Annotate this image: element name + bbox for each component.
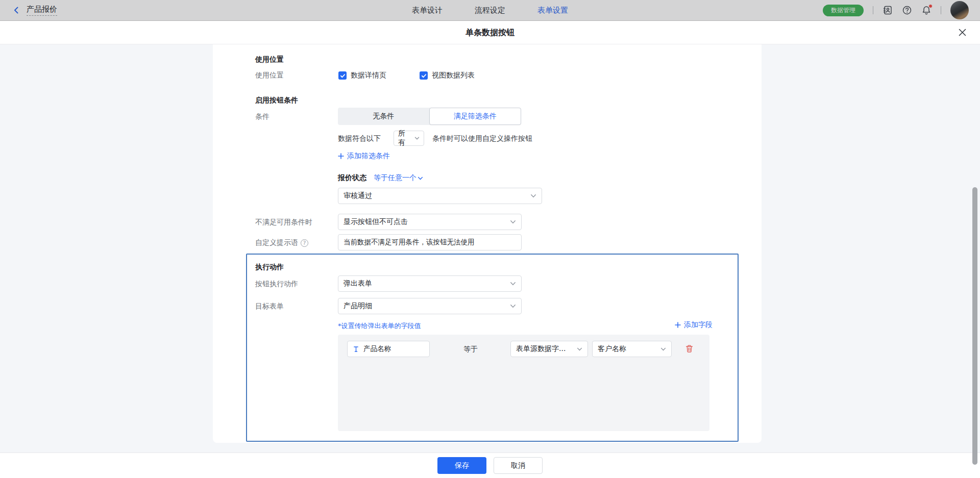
plus-icon: [675, 322, 681, 328]
modal-title: 单条数据按钮: [0, 28, 980, 38]
checkbox-checked-icon[interactable]: [420, 71, 428, 80]
action-row-label: 按钮执行动作: [255, 280, 298, 289]
tab-flow-setting[interactable]: 流程设定: [475, 6, 505, 15]
delete-mapping-trash-icon[interactable]: [685, 344, 694, 355]
filter-value-select[interactable]: 审核通过: [338, 188, 542, 204]
help-icon[interactable]: [902, 5, 912, 15]
tab-form-settings[interactable]: 表单设置: [537, 6, 568, 15]
chevron-down-icon: [510, 281, 516, 287]
usage-row-label: 使用位置: [255, 71, 284, 80]
checkbox-checked-icon[interactable]: [338, 71, 347, 80]
section-action-title: 执行动作: [255, 263, 284, 272]
back-icon[interactable]: [12, 6, 20, 14]
save-button[interactable]: 保存: [437, 457, 486, 474]
filter-field-name: 报价状态: [338, 173, 366, 183]
close-icon[interactable]: [958, 28, 967, 39]
question-circle-icon[interactable]: ?: [301, 239, 308, 247]
mapping-source-field-select[interactable]: 客户名称: [592, 341, 672, 357]
chevron-down-icon: [510, 303, 516, 309]
condition-segmented-control: 无条件 满足筛选条件: [338, 108, 521, 125]
modal-header: 单条数据按钮: [0, 21, 980, 44]
match-mode-select[interactable]: 所有: [394, 131, 424, 146]
modal-footer: 保存 取消: [0, 452, 980, 478]
match-prefix-text: 数据符合以下: [338, 134, 381, 143]
filter-operator-select[interactable]: 等于任意一个: [374, 173, 423, 183]
chevron-down-icon: [530, 193, 536, 199]
target-form-label: 目标表单: [255, 302, 284, 311]
settings-panel: 使用位置 使用位置 数据详情页 视图数据列表 启用按钮条件 条件 无条件 满足筛…: [213, 44, 762, 443]
contacts-icon[interactable]: [883, 5, 893, 15]
fields-note-text: *设置传给弹出表单的字段值: [338, 321, 421, 331]
plus-icon: [338, 153, 344, 159]
checkbox-view-list[interactable]: 视图数据列表: [420, 71, 475, 80]
chevron-down-icon: [660, 346, 666, 352]
add-filter-link[interactable]: 添加筛选条件: [338, 152, 390, 161]
screen: 产品报价 表单设计 流程设定 表单设置 数据管理: [0, 0, 980, 478]
text-field-icon: [353, 346, 359, 353]
chevron-down-icon: [577, 346, 582, 352]
topbar-tabs: 表单设计 流程设定 表单设置: [412, 0, 568, 20]
custom-tip-input[interactable]: 当前数据不满足可用条件，该按钮无法使用: [338, 234, 522, 250]
target-form-select[interactable]: 产品明细: [338, 298, 522, 314]
section-usage-title: 使用位置: [255, 55, 284, 64]
condition-row-label: 条件: [255, 112, 270, 121]
mapping-operator-text: 等于: [463, 345, 478, 354]
cancel-button[interactable]: 取消: [494, 457, 543, 474]
unmet-row-label: 不满足可用条件时: [255, 218, 312, 227]
divider: [873, 6, 873, 14]
section-condition-title: 启用按钮条件: [255, 96, 298, 105]
tip-row-label: 自定义提示语 ?: [255, 238, 308, 247]
notification-badge: [928, 4, 933, 8]
vertical-scrollbar-thumb[interactable]: [972, 187, 977, 465]
topbar: 产品报价 表单设计 流程设定 表单设置 数据管理: [0, 0, 980, 21]
chevron-down-icon: [414, 136, 420, 141]
data-manage-button[interactable]: 数据管理: [823, 5, 864, 16]
notification-bell-icon[interactable]: [921, 5, 932, 15]
tab-form-design[interactable]: 表单设计: [412, 6, 443, 15]
app-name[interactable]: 产品报价: [27, 5, 57, 16]
segment-filter-condition[interactable]: 满足筛选条件: [429, 108, 522, 125]
checkbox-detail-page[interactable]: 数据详情页: [338, 71, 386, 80]
user-avatar[interactable]: [950, 1, 969, 19]
add-field-link[interactable]: 添加字段: [675, 320, 713, 330]
button-action-select[interactable]: 弹出表单: [338, 275, 522, 292]
match-suffix-text: 条件时可以使用自定义操作按钮: [432, 134, 532, 143]
field-mapping-panel: 产品名称 等于 表单源数据字... 客户名称: [338, 335, 709, 431]
divider: [941, 6, 941, 14]
mapping-target-field[interactable]: 产品名称: [347, 341, 430, 357]
chevron-down-icon: [510, 219, 516, 225]
segment-no-condition[interactable]: 无条件: [338, 108, 429, 125]
checkbox-label: 视图数据列表: [432, 71, 475, 80]
mapping-source-type-select[interactable]: 表单源数据字...: [510, 341, 588, 357]
modal-body: 使用位置 使用位置 数据详情页 视图数据列表 启用按钮条件 条件 无条件 满足筛…: [0, 44, 980, 452]
checkbox-label: 数据详情页: [351, 71, 386, 80]
unmet-behavior-select[interactable]: 显示按钮但不可点击: [338, 214, 522, 230]
